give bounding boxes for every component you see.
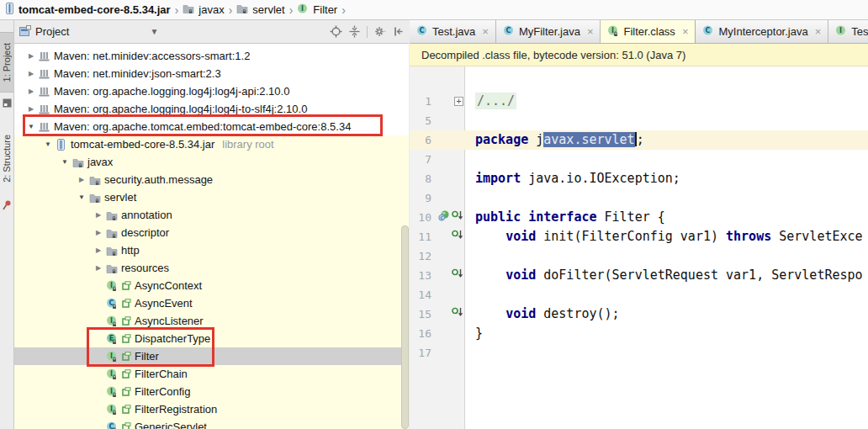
fold-expand-icon[interactable]: +	[454, 97, 463, 106]
code-line-10: 10cpublic interface Filter {	[410, 208, 868, 227]
toolwindow-button-structure[interactable]: 2: Structure	[0, 124, 13, 193]
code-line-5: 5	[410, 111, 868, 130]
breadcrumb-item[interactable]: javax	[181, 3, 225, 16]
tree-row-filterchain[interactable]: IFilterChain	[14, 365, 409, 383]
tree-row-maven-org-apache-logging-log4j-log4j-api[interactable]: ▶Maven: org.apache.logging.log4j:log4j-a…	[14, 82, 409, 100]
hide-panel-icon[interactable]	[393, 26, 404, 37]
tree-row-maven-net-minidev-json-smart-2-3[interactable]: ▶Maven: net.minidev:json-smart:2.3	[14, 65, 409, 82]
project-panel-title[interactable]: Project	[35, 25, 69, 38]
library-class-marker-icon	[121, 422, 132, 429]
tree-collapse-arrow-icon[interactable]: ▶	[24, 105, 38, 113]
tree-item-label: FilterConfig	[135, 385, 190, 398]
gutter-icons: +	[433, 97, 465, 106]
tree-row-asynccontext[interactable]: IAsyncContext	[14, 277, 409, 294]
tree-collapse-arrow-icon[interactable]: ▶	[24, 70, 38, 77]
tree-row-maven-org-apache-logging-log4j-log4j-to-[interactable]: ▶Maven: org.apache.logging.log4j:log4j-t…	[14, 100, 409, 118]
toolwindow-button-project[interactable]: 1: Project	[0, 32, 13, 93]
breadcrumb-item[interactable]: servlet	[235, 3, 286, 16]
tab-test-java[interactable]: CTest.java×	[410, 20, 496, 43]
tree-row-filterregistration[interactable]: IFilterRegistration	[14, 400, 409, 418]
tree-scrollbar-thumb[interactable]	[401, 225, 409, 429]
line-number: 7	[410, 150, 433, 169]
close-icon[interactable]: ×	[587, 26, 594, 37]
chevron-right-icon: ›	[341, 4, 346, 16]
tree-collapse-arrow-icon[interactable]: ▶	[24, 52, 38, 60]
code-text: void destroy();	[465, 305, 868, 324]
interface-icon: I	[105, 280, 118, 291]
tree-row-annotation[interactable]: ▶annotation	[14, 206, 409, 224]
implementations-icon[interactable]: c	[438, 208, 450, 227]
tree-row-filter[interactable]: IFilter	[14, 347, 409, 365]
svg-text:I: I	[110, 388, 113, 395]
implemented-marker-icon[interactable]	[452, 208, 463, 227]
tree-row-security-auth-message[interactable]: ▶security.auth.message	[14, 171, 409, 188]
tree-item-label: AsyncEvent	[135, 297, 193, 310]
tree-item-label: servlet	[104, 191, 136, 204]
tree-row-filterconfig[interactable]: IFilterConfig	[14, 383, 409, 400]
tree-row-dispatchertype[interactable]: EDispatcherType	[14, 330, 409, 347]
tree-collapse-arrow-icon[interactable]: ▶	[92, 246, 105, 254]
tree-collapse-arrow-icon[interactable]: ▶	[92, 211, 105, 219]
svg-text:I: I	[110, 282, 113, 289]
tab-tests[interactable]: ITestS	[828, 20, 868, 43]
tree-row-maven-net-minidev-accessors-smart-1-2[interactable]: ▶Maven: net.minidev:accessors-smart:1.2	[14, 47, 409, 65]
tree-row-javax[interactable]: ▼javax	[14, 153, 409, 171]
tree-row-asynclistener[interactable]: IAsyncListener	[14, 312, 409, 330]
close-icon[interactable]: ×	[482, 26, 489, 37]
tree-row-tomcat-embed-core-8-5-34-jar[interactable]: ▼tomcat-embed-core-8.5.34.jarlibrary roo…	[14, 135, 409, 153]
gear-icon[interactable]	[373, 25, 387, 38]
code-segment: j	[536, 132, 543, 147]
code-segment	[475, 229, 505, 244]
svg-text:I: I	[110, 405, 113, 413]
tab-myinterceptor-java[interactable]: CMyInterceptor.java×	[696, 20, 828, 43]
close-icon[interactable]: ×	[815, 26, 822, 37]
collapse-all-icon[interactable]	[348, 25, 361, 38]
tree-row-resources[interactable]: ▶resources	[14, 259, 409, 277]
implemented-marker-icon[interactable]	[452, 266, 463, 285]
breadcrumb-item[interactable]: tomcat-embed-core-8.5.34.jar	[3, 3, 172, 17]
chevron-down-icon[interactable]: ▼	[150, 27, 158, 36]
tree-collapse-arrow-icon[interactable]: ▶	[75, 176, 88, 183]
tree-item-label: security.auth.message	[104, 173, 213, 186]
code-segment: ServletExce	[779, 229, 862, 244]
breadcrumb-item[interactable]: IFilter	[295, 3, 339, 17]
tree-row-asyncevent[interactable]: CAsyncEvent	[14, 294, 409, 312]
tree-row-genericservlet[interactable]: CGenericServlet	[14, 418, 409, 429]
editor-area: CTest.java×CMyFilter.java×IFilter.class×…	[410, 20, 868, 429]
implemented-marker-icon[interactable]	[452, 227, 463, 246]
line-number: 12	[410, 246, 433, 266]
line-number: 1	[410, 92, 433, 111]
tree-expand-arrow-icon[interactable]: ▼	[58, 158, 71, 166]
library-class-marker-icon	[121, 299, 132, 309]
code-line-15: 15 void destroy();	[410, 305, 868, 324]
tree-row-descriptor[interactable]: ▶descriptor	[14, 224, 409, 241]
tree-collapse-arrow-icon[interactable]: ▶	[92, 229, 105, 236]
folder-icon	[236, 3, 248, 16]
tree-collapse-arrow-icon[interactable]: ▶	[92, 264, 105, 272]
locate-icon[interactable]	[330, 25, 342, 38]
tree-item-label: FilterChain	[135, 368, 188, 380]
favorites-pin-icon[interactable]	[2, 199, 12, 213]
tab-filter-class[interactable]: IFilter.class×	[601, 20, 696, 43]
code-lines: 1+/.../56package javax.servlet;78import …	[410, 66, 868, 363]
class-icon: C	[702, 25, 714, 39]
close-icon[interactable]: ×	[682, 26, 689, 37]
library-icon	[38, 86, 50, 97]
tree-expand-arrow-icon[interactable]: ▼	[41, 140, 55, 148]
toolbar-separator	[367, 26, 368, 38]
tree-row-maven-org-apache-tomcat-embed-tomcat-emb[interactable]: ▼Maven: org.apache.tomcat.embed:tomcat-e…	[14, 118, 409, 135]
interface-icon: I	[105, 368, 118, 379]
code-line-9: 9	[410, 188, 868, 208]
toolwindow-label: 2: Structure	[2, 135, 12, 183]
breadcrumb-label: servlet	[252, 3, 284, 16]
folder-icon	[88, 175, 101, 185]
tree-row-http[interactable]: ▶http	[14, 241, 409, 259]
implemented-marker-icon[interactable]	[452, 305, 463, 324]
code-editor[interactable]: 1+/.../56package javax.servlet;78import …	[410, 66, 868, 429]
tree-collapse-arrow-icon[interactable]: ▶	[24, 87, 38, 95]
tree-row-servlet[interactable]: ▼servlet	[14, 188, 409, 206]
tab-myfilter-java[interactable]: CMyFilter.java×	[496, 20, 601, 43]
tree-expand-arrow-icon[interactable]: ▼	[24, 123, 38, 130]
tree-expand-arrow-icon[interactable]: ▼	[75, 193, 88, 201]
folder-icon	[105, 228, 118, 238]
